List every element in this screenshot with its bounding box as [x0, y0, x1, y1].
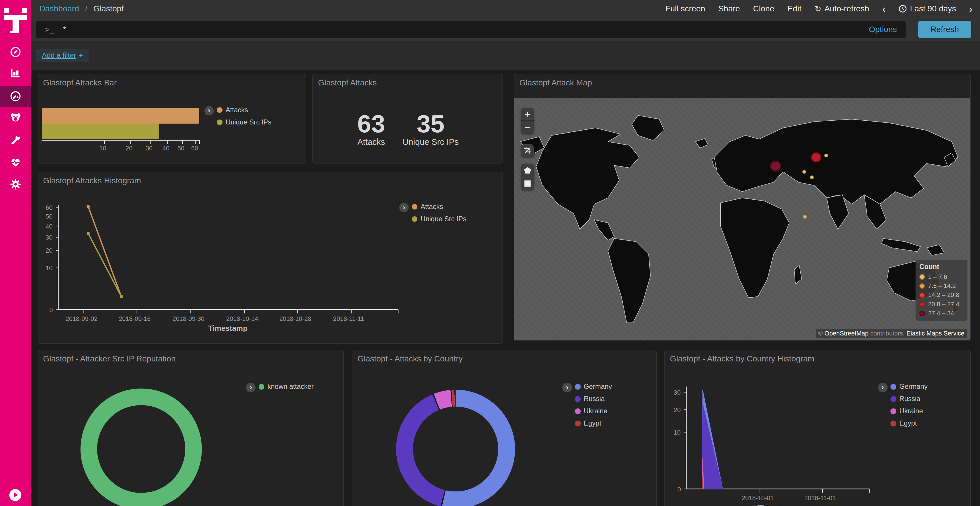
legend-dot: [891, 420, 896, 426]
panel-attacks-bar: Glastopf Attacks Bar 10 20 30 40 50 60 ›…: [38, 74, 306, 164]
legend-dot: [920, 302, 925, 307]
area-chart[interactable]: [665, 351, 971, 506]
legend-expand-button[interactable]: ›: [878, 383, 888, 392]
telekom-logo[interactable]: [5, 5, 27, 34]
legend-dot: [891, 384, 896, 389]
map-point-large-red[interactable]: [811, 152, 821, 162]
map-continents: [514, 98, 970, 340]
world-map[interactable]: + −: [514, 98, 970, 340]
bar-chart-icon: [10, 67, 21, 79]
fit-bounds-button[interactable]: [521, 144, 534, 157]
panel-attacks-by-country: Glastopf - Attacks by Country › Germany …: [352, 350, 657, 506]
draw-rectangle-button[interactable]: [521, 177, 534, 190]
map-point-small-yellow[interactable]: [803, 215, 807, 219]
legend-item-egypt[interactable]: Egypt: [891, 419, 928, 427]
donut-attacks-by-country[interactable]: [396, 390, 515, 506]
sidebar-item-devtools[interactable]: [0, 129, 31, 151]
refresh-cycle-icon: ↻: [815, 4, 821, 14]
legend-expand-button[interactable]: ›: [204, 106, 214, 116]
compass-icon: [10, 46, 21, 58]
map-point-small-yellow[interactable]: [810, 176, 814, 179]
metric-unique-src-ips: 35 Unique Src IPs: [393, 111, 468, 147]
openstreetmap-link[interactable]: OpenStreetMap: [824, 330, 869, 337]
play-arrow-icon: [14, 492, 18, 498]
legend-item-unique[interactable]: Unique Src IPs: [412, 215, 466, 223]
legend-item-germany[interactable]: Germany: [891, 383, 928, 390]
add-filter-button[interactable]: Add a filter+: [36, 49, 88, 62]
share-button[interactable]: Share: [718, 4, 740, 13]
map-draw-controls: [521, 164, 534, 190]
options-link[interactable]: Options: [869, 25, 897, 34]
legend-dot: [920, 283, 925, 289]
fullscreen-button[interactable]: Full screen: [666, 4, 705, 13]
heartbeat-icon: [10, 157, 21, 168]
legend-dot: [217, 107, 222, 113]
legend-item-attacks[interactable]: Attacks: [412, 203, 466, 211]
gear-icon: [10, 179, 21, 190]
draw-polygon-button[interactable]: [521, 164, 534, 177]
sidebar-item-visualize[interactable]: [0, 62, 31, 84]
sidebar-nav: [0, 0, 31, 506]
legend-expand-button[interactable]: ›: [246, 383, 256, 392]
x-axis-label: Timestamp: [208, 324, 247, 333]
map-point-small-yellow[interactable]: [802, 170, 806, 174]
donut-known-attacker[interactable]: [81, 389, 202, 506]
auto-refresh-button[interactable]: ↻ Auto-refresh: [815, 4, 869, 14]
breadcrumb-dashboard-link[interactable]: Dashboard: [40, 4, 79, 13]
time-forward-button[interactable]: ›: [969, 3, 972, 14]
panel-attacks-by-country-histogram: Glastopf - Attacks by Country Histogram …: [664, 350, 970, 506]
legend-dot: [259, 384, 264, 389]
prompt-icon: >_: [45, 25, 54, 34]
sidebar-expand-button[interactable]: [10, 489, 21, 501]
query-value[interactable]: *: [63, 25, 869, 34]
legend: known attacker: [259, 383, 313, 390]
zoom-out-button[interactable]: −: [521, 121, 534, 134]
time-back-button[interactable]: ‹: [882, 3, 886, 14]
sidebar-item-timelion[interactable]: [0, 107, 31, 128]
line-chart[interactable]: [38, 172, 504, 344]
legend-item-egypt[interactable]: Egypt: [575, 419, 612, 427]
search-input[interactable]: >_ * Options: [36, 21, 905, 38]
panel-title: Glastopf Attacks: [318, 78, 377, 87]
legend-dot: [891, 396, 896, 402]
donut-hole: [413, 407, 498, 492]
legend: Attacks Unique Src IPs: [217, 106, 271, 126]
edit-button[interactable]: Edit: [788, 4, 802, 13]
bar-attacks[interactable]: [42, 108, 199, 124]
logo-square-left: [5, 8, 10, 13]
bar-unique-src-ips[interactable]: [42, 124, 159, 139]
legend-item-ukraine[interactable]: Ukraine: [891, 407, 928, 415]
panel-title: Glastopf Attacks Bar: [43, 78, 117, 87]
kibana-dashboard: Dashboard / Glastopf Full screen Share C…: [0, 0, 980, 506]
sidebar-item-monitoring[interactable]: [0, 152, 31, 173]
sidebar-item-dashboard[interactable]: [0, 86, 31, 107]
legend-item-russia[interactable]: Russia: [891, 395, 928, 403]
zoom-in-button[interactable]: +: [521, 108, 534, 121]
legend-item-ukraine[interactable]: Ukraine: [575, 407, 612, 415]
sidebar-item-discover[interactable]: [0, 41, 31, 62]
legend-dot: [891, 408, 896, 414]
legend-expand-button[interactable]: ›: [562, 383, 572, 392]
panel-title: Glastopf - Attacker Src IP Reputation: [43, 354, 176, 363]
panel-src-ip-reputation: Glastopf - Attacker Src IP Reputation › …: [38, 350, 344, 506]
legend-dot: [575, 408, 581, 414]
query-bar: >_ * Options Refresh: [31, 17, 980, 41]
sidebar-item-management[interactable]: [0, 174, 31, 195]
map-zoom-controls: + −: [521, 108, 534, 134]
map-count-legend: Count 1 – 7.6 7.6 – 14.2 14.2 – 20.8 20.…: [916, 260, 967, 321]
clone-button[interactable]: Clone: [753, 4, 775, 13]
legend-item-unique[interactable]: Unique Src IPs: [217, 118, 271, 126]
legend-dot: [575, 396, 581, 402]
breadcrumb: Dashboard / Glastopf: [40, 4, 124, 13]
map-point-small-yellow[interactable]: [824, 154, 828, 157]
elastic-maps-service-link[interactable]: Elastic Maps Service: [907, 330, 964, 337]
legend-item-russia[interactable]: Russia: [575, 395, 612, 403]
legend: Attacks Unique Src IPs: [412, 203, 466, 223]
refresh-button[interactable]: Refresh: [918, 21, 971, 38]
time-range-button[interactable]: Last 90 days: [899, 4, 956, 13]
legend-item-attacks[interactable]: Attacks: [217, 106, 271, 114]
legend-item-germany[interactable]: Germany: [575, 383, 612, 390]
top-menu: Full screen Share Clone Edit ↻ Auto-refr…: [666, 3, 973, 14]
metric-label: Unique Src IPs: [393, 137, 468, 147]
legend-item-known-attacker[interactable]: known attacker: [259, 383, 313, 390]
